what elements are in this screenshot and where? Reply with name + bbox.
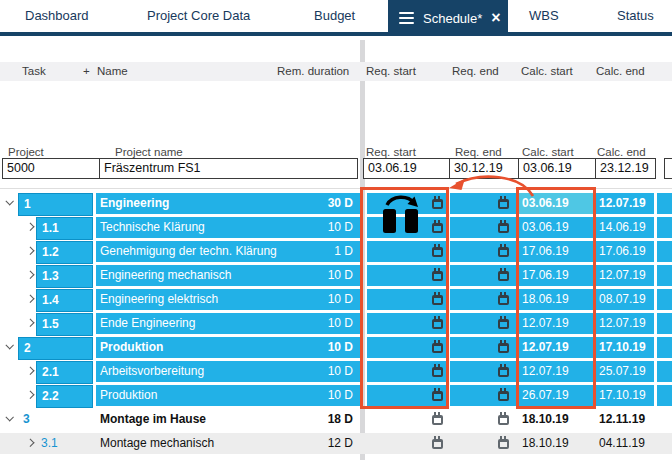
add-column-icon[interactable]: + (83, 65, 90, 77)
req-end-cell[interactable] (450, 241, 516, 262)
calendar-icon[interactable] (498, 247, 509, 257)
task-row-1[interactable]: 1 Engineering 30 D 03.06.19 12.07.19 (0, 193, 672, 214)
task-id-cell[interactable]: 1 (18, 193, 93, 216)
calendar-icon[interactable] (432, 367, 443, 377)
req-start-cell[interactable] (367, 265, 448, 286)
task-name-cell[interactable]: Engineering elektrisch 10 D (96, 289, 360, 310)
req-end-cell[interactable] (450, 193, 516, 214)
req-start-cell[interactable] (367, 433, 448, 454)
req-start-cell[interactable] (367, 241, 448, 262)
tab-schedule-active[interactable]: Schedule* × (388, 0, 508, 36)
task-name-cell[interactable]: Technische Klärung 10 D (96, 217, 360, 238)
task-id-cell[interactable]: 2 (18, 337, 93, 360)
calc-start-cell[interactable]: 18.06.19 (519, 289, 593, 310)
project-id-field[interactable]: 5000 (2, 158, 100, 179)
chevron-down-icon[interactable] (6, 343, 15, 352)
calc-start-cell[interactable]: 12.07.19 (519, 313, 593, 334)
task-id-cell[interactable]: 1.3 (36, 265, 93, 288)
req-start-cell[interactable] (367, 385, 448, 406)
calendar-icon[interactable] (432, 391, 443, 401)
calendar-icon[interactable] (432, 415, 443, 425)
req-end-cell[interactable] (450, 217, 516, 238)
project-extra-field[interactable] (664, 158, 672, 179)
tab-status[interactable]: Status (617, 0, 654, 32)
req-start-cell[interactable] (367, 361, 448, 382)
calc-start-cell[interactable]: 17.06.19 (519, 241, 593, 262)
req-start-cell[interactable] (367, 337, 448, 358)
task-id-cell[interactable]: 1.5 (36, 313, 93, 336)
calc-end-cell[interactable]: 08.07.19 (596, 289, 654, 310)
req-end-cell[interactable] (450, 385, 516, 406)
hamburger-icon[interactable] (399, 9, 414, 27)
calc-start-cell[interactable]: 18.10.19 (519, 409, 593, 430)
calc-end-cell[interactable]: 17.10.19 (596, 385, 654, 406)
calendar-icon[interactable] (432, 199, 443, 209)
calc-end-cell[interactable]: 12.07.19 (596, 265, 654, 286)
calc-end-cell[interactable]: 14.06.19 (596, 217, 654, 238)
task-name-cell[interactable]: Produktion 10 D (96, 385, 360, 406)
req-end-cell[interactable] (450, 433, 516, 454)
calc-start-cell[interactable]: 26.07.19 (519, 385, 593, 406)
task-row-1-3[interactable]: 1.3 Engineering mechanisch 10 D 17.06.19… (0, 265, 672, 286)
req-start-cell[interactable] (367, 217, 448, 238)
calc-start-cell[interactable]: 12.07.19 (519, 361, 593, 382)
project-name-field[interactable]: Fräszentrum FS1 (99, 158, 358, 179)
close-icon[interactable]: × (491, 10, 500, 26)
req-start-cell[interactable] (367, 409, 448, 430)
task-id-cell[interactable]: 2.2 (36, 385, 93, 408)
calc-end-cell[interactable]: 25.07.19 (596, 361, 654, 382)
calendar-icon[interactable] (498, 271, 509, 281)
task-name-cell[interactable]: Montage mechanisch 12 D (96, 433, 360, 454)
calc-end-cell[interactable]: 12.11.19 (596, 409, 654, 430)
chevron-down-icon[interactable] (6, 199, 15, 208)
task-name-cell[interactable]: Produktion 10 D (96, 337, 360, 358)
calc-start-cell[interactable]: 18.10.19 (519, 433, 593, 454)
project-req-start-field[interactable]: 03.06.19 (363, 158, 450, 179)
req-end-cell[interactable] (450, 289, 516, 310)
task-name-cell[interactable]: Engineering mechanisch 10 D (96, 265, 360, 286)
calc-end-cell[interactable]: 04.11.19 (596, 433, 654, 454)
calendar-icon[interactable] (498, 199, 509, 209)
req-end-cell[interactable] (450, 265, 516, 286)
calendar-icon[interactable] (432, 223, 443, 233)
calendar-icon[interactable] (498, 367, 509, 377)
calc-end-cell[interactable]: 12.07.19 (596, 313, 654, 334)
calendar-icon[interactable] (498, 319, 509, 329)
task-id-cell[interactable]: 3 (18, 409, 93, 432)
task-id-cell[interactable]: 1.4 (36, 289, 93, 312)
req-end-cell[interactable] (450, 337, 516, 358)
task-name-cell[interactable]: Montage im Hause 18 D (96, 409, 360, 430)
tab-project-core-data[interactable]: Project Core Data (147, 0, 250, 32)
req-start-cell[interactable] (367, 313, 448, 334)
task-row-1-1[interactable]: 1.1 Technische Klärung 10 D 03.06.19 14.… (0, 217, 672, 238)
req-end-cell[interactable] (450, 409, 516, 430)
project-calc-end-field[interactable]: 23.12.19 (595, 158, 656, 179)
task-name-cell[interactable]: Engineering 30 D (96, 193, 360, 214)
task-row-2-2[interactable]: 2.2 Produktion 10 D 26.07.19 17.10.19 (0, 385, 672, 406)
task-name-cell[interactable]: Genehmigung der techn. Klärung 1 D (96, 241, 360, 262)
calendar-icon[interactable] (498, 415, 509, 425)
calendar-icon[interactable] (432, 343, 443, 353)
calc-start-cell[interactable]: 03.06.19 (519, 217, 593, 238)
task-row-1-5[interactable]: 1.5 Ende Engineering 10 D 12.07.19 12.07… (0, 313, 672, 334)
calendar-icon[interactable] (432, 319, 443, 329)
calc-start-cell[interactable]: 03.06.19 (519, 193, 593, 214)
task-name-cell[interactable]: Ende Engineering 10 D (96, 313, 360, 334)
calc-end-cell[interactable]: 17.06.19 (596, 241, 654, 262)
chevron-down-icon[interactable] (6, 415, 15, 424)
project-req-end-field[interactable]: 30.12.19 (449, 158, 519, 179)
task-row-3[interactable]: 3 Montage im Hause 18 D 18.10.19 12.11.1… (0, 409, 672, 430)
task-id-cell[interactable]: 2.1 (36, 361, 93, 384)
tab-dashboard[interactable]: Dashboard (25, 0, 89, 32)
task-row-1-4[interactable]: 1.4 Engineering elektrisch 10 D 18.06.19… (0, 289, 672, 310)
calc-end-cell[interactable]: 17.10.19 (596, 337, 654, 358)
tab-wbs[interactable]: WBS (529, 0, 559, 32)
project-calc-start-field[interactable]: 03.06.19 (518, 158, 596, 179)
req-start-cell[interactable] (367, 289, 448, 310)
calendar-icon[interactable] (432, 295, 443, 305)
req-end-cell[interactable] (450, 313, 516, 334)
task-id-cell[interactable]: 1.2 (36, 241, 93, 264)
task-id-cell[interactable]: 1.1 (36, 217, 93, 240)
calendar-icon[interactable] (432, 439, 443, 449)
req-start-cell[interactable] (367, 193, 448, 214)
